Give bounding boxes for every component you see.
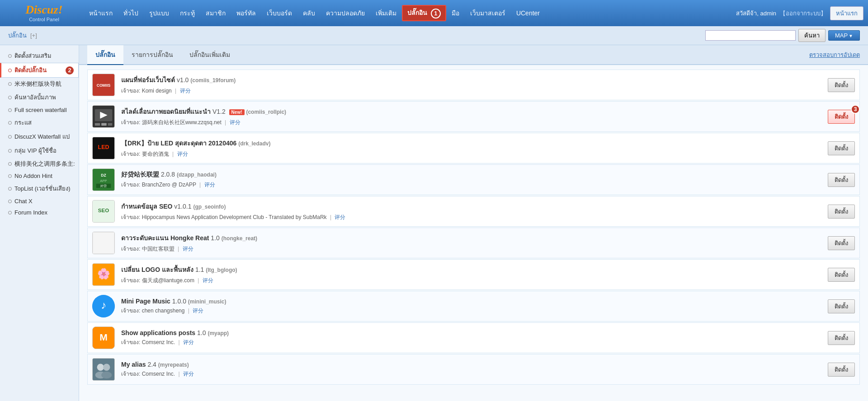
plugin-rating-link[interactable]: 评分 xyxy=(335,214,345,220)
sidebar-dot-icon xyxy=(8,54,12,58)
svg-text:好贷: 好贷 xyxy=(100,184,107,188)
plugin-author: เจ้าของ: Komi design | 评分 xyxy=(121,86,821,95)
sidebar-item-plugins[interactable]: ติดตั้งปลั๊กอิน 2 xyxy=(0,63,79,78)
table-row: LED 【DRK】ป้าย LED สุดสะดุดตา 20120406 (d… xyxy=(87,133,860,163)
plugin-rating-link[interactable]: 评分 xyxy=(183,339,194,345)
sidebar-item-forumindex[interactable]: Forum Index xyxy=(0,207,79,218)
plugin-icon: LED xyxy=(92,137,115,159)
sidebar-item-vip[interactable]: กลุ่ม VIP ผู้ใช้ชื่อ xyxy=(0,144,79,158)
nav-club[interactable]: คลับ xyxy=(297,5,321,21)
nav-general[interactable]: ทั่วไป xyxy=(118,5,144,21)
plugin-rating-link[interactable]: 评分 xyxy=(180,88,191,94)
tabs-bar: ปลั๊กอิน รายการปลั๊กอิน ปลั๊กอินเพิ่มเติ… xyxy=(79,45,868,65)
install-button[interactable]: ติดตั้ง xyxy=(828,331,855,345)
sidebar-item-toplist[interactable]: TopList (เวอร์ชั่นเสียง) xyxy=(0,182,79,196)
plugin-rating-link[interactable]: 评分 xyxy=(193,308,203,314)
plugin-rating-link[interactable]: 评分 xyxy=(204,182,215,188)
main-nav: หน้าแรก ทั่วไป รูปแบบ กระทู้ สมาชิก พอร์… xyxy=(84,5,736,21)
sidebar-item-addons[interactable]: ติดตั้งส่วนเสริม xyxy=(0,49,79,63)
update-check-link[interactable]: ตรวจสอบการอัปเดต xyxy=(809,50,860,60)
sidebar-dot-icon xyxy=(8,200,12,203)
sidebar-item-discuzwaterfall[interactable]: DiscuzX Waterfall แป xyxy=(0,130,79,144)
plugin-icon xyxy=(92,232,115,254)
nav-security[interactable]: ความปลอดภัย xyxy=(321,5,370,21)
nav-style[interactable]: รูปแบบ xyxy=(144,5,175,21)
content-area: ปลั๊กอิน รายการปลั๊กอิน ปลั๊กอินเพิ่มเติ… xyxy=(79,45,868,401)
rollpic-icon-svg xyxy=(93,105,114,128)
myapp-icon-svg: M xyxy=(93,326,114,349)
plugin-icon: DZ APP 好贷 xyxy=(92,168,115,191)
sub-header: ปลั๊กอิน [+] ค้นหา MAP▼ xyxy=(0,26,868,45)
install-button[interactable]: ติดตั้ง xyxy=(828,141,855,155)
plugin-info: My alias 2.4 (myrepeats) เจ้าของ: Comsen… xyxy=(121,361,821,378)
sidebar-item-chatx[interactable]: Chat X xyxy=(0,196,79,207)
table-row: M Show applications posts 1.0 (myapp) เจ… xyxy=(87,322,860,353)
user-greeting: สวัสดีจ้า, admin xyxy=(736,9,776,18)
sidebar-dot-icon xyxy=(8,96,12,99)
sidebar-dot-icon xyxy=(8,162,12,166)
plugin-author: เจ้าของ: 傷天成@liantuge.com | 评分 xyxy=(121,276,821,284)
plugin-name: เปลี่ยน LOGO และพื้นหลัง 1.1 (ltg_bglogo… xyxy=(121,265,821,275)
nav-more[interactable]: เพิ่มเติม xyxy=(370,5,402,21)
nav-plugin[interactable]: ปลั๊กอิน 1 xyxy=(402,5,446,21)
install-button[interactable]: ติดตั้ง xyxy=(828,268,855,282)
sidebar-dot-icon xyxy=(8,211,12,214)
home-button[interactable]: หน้าแรก xyxy=(830,6,863,20)
install-button[interactable]: ติดตั้ง xyxy=(828,78,855,92)
plugin-author: เจ้าของ: 中国红客联盟 | 评分 xyxy=(121,244,821,253)
svg-rect-17 xyxy=(93,232,114,254)
myrepeats-icon-svg xyxy=(93,358,114,381)
search-button[interactable]: ค้นหา xyxy=(798,29,826,42)
tab-more[interactable]: ปลั๊กอินเพิ่มเติม xyxy=(181,45,238,65)
plugin-rating-link[interactable]: 评分 xyxy=(203,277,213,284)
nav-hand[interactable]: มือ xyxy=(446,5,465,21)
tab-plugin[interactable]: ปลั๊กอิน xyxy=(87,45,123,65)
plugin-author: เจ้าของ: BranchZero @ DzAPP | 评分 xyxy=(121,180,821,189)
plugin-name: Mini Page Music 1.0.0 (minini_music) xyxy=(121,298,821,305)
plugin-info: กำหนดข้อมูล SEO v1.0.1 (gp_seoinfo) เจ้า… xyxy=(121,201,821,221)
annotation-badge-3: 3 xyxy=(851,105,860,114)
plugin-rating-link[interactable]: 评分 xyxy=(183,371,194,377)
tab-list[interactable]: รายการปลั๊กอิน xyxy=(123,45,181,65)
install-button[interactable]: ติดตั้ง xyxy=(828,173,855,187)
sidebar-item-album[interactable]: ค้นหาอัลบั้มภาพ xyxy=(0,90,79,104)
svg-point-26 xyxy=(103,364,110,371)
sidebar-item-horizontal[interactable]: 横排美化之调用多条主: xyxy=(0,158,79,170)
plugin-rating-link[interactable]: 评分 xyxy=(177,151,188,157)
sidebar-item-trend[interactable]: กระแส xyxy=(0,116,79,130)
search-input[interactable] xyxy=(705,30,796,41)
install-button[interactable]: ติดตั้ง xyxy=(828,236,855,250)
logout-link[interactable]: 【ออกจากระบบ】 xyxy=(780,9,826,18)
nav-webmaster[interactable]: เว็บมาสเตอร์ xyxy=(465,5,511,21)
sidebar-item-noaddon[interactable]: No Addon Hint xyxy=(0,170,79,182)
nav-board[interactable]: เว็บบอร์ด xyxy=(261,5,297,21)
nav-home[interactable]: หน้าแรก xyxy=(84,5,118,21)
plugin-name: สไลด์เลื่อนภาพยอดนิยมที่แนะนำ V1.2 New! … xyxy=(121,107,821,117)
plugin-info: Mini Page Music 1.0.0 (minini_music) เจ้… xyxy=(121,298,821,315)
sidebar-item-komi[interactable]: 米米侧栏版块导航 xyxy=(0,78,79,90)
plugin-rating-link[interactable]: 评分 xyxy=(183,246,193,252)
install-button[interactable]: ติดตั้ง xyxy=(828,299,855,313)
svg-text:LED: LED xyxy=(98,144,109,150)
logo-subtitle: Control Panel xyxy=(29,17,59,22)
plugin-list: COMIIS แผนที่ฟอร์มเว็บไซต์ v1.0 (comiis_… xyxy=(79,65,868,390)
table-row: DZ APP 好贷 好贷站长联盟 2.0.8 (dzapp_haodai) เจ… xyxy=(87,164,860,195)
install-button[interactable]: ติดตั้ง xyxy=(828,205,855,219)
nav-thread[interactable]: กระทู้ xyxy=(175,5,200,21)
nav-portal[interactable]: พอร์ทัล xyxy=(231,5,261,21)
plugin-icon xyxy=(92,358,115,381)
sidebar-item-waterfall[interactable]: Full screen waterfall xyxy=(0,104,79,116)
header: Discuz! Control Panel หน้าแรก ทั่วไป รูป… xyxy=(0,0,868,26)
install-button[interactable]: ติดตั้ง xyxy=(828,363,855,377)
plugin-icon: M xyxy=(92,326,115,349)
table-row: SEO กำหนดข้อมูล SEO v1.0.1 (gp_seoinfo) … xyxy=(87,196,860,227)
map-button[interactable]: MAP▼ xyxy=(828,30,860,41)
nav-member[interactable]: สมาชิก xyxy=(200,5,231,21)
breadcrumb-plugin[interactable]: ปลั๊กอิน xyxy=(8,31,27,40)
seo-icon-svg: SEO xyxy=(93,200,114,223)
plugin-info: แผนที่ฟอร์มเว็บไซต์ v1.0 (comiis_19forum… xyxy=(121,75,821,95)
nav-ucenter[interactable]: UCenter xyxy=(511,7,545,19)
install-button-highlight[interactable]: ติดตั้ง 3 xyxy=(828,110,855,124)
plugin-rating-link[interactable]: 评分 xyxy=(230,119,241,126)
plugin-author: เจ้าของ: Hippocampus News Application De… xyxy=(121,213,821,221)
